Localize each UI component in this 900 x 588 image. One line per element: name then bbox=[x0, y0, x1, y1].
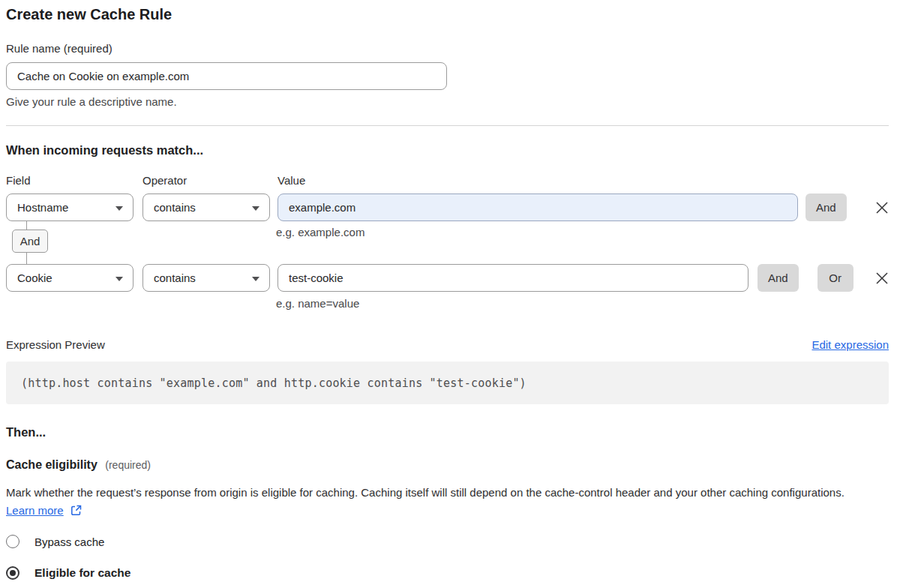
value-column-label: Value bbox=[278, 174, 305, 187]
create-cache-rule-form: Create new Cache Rule Rule name (require… bbox=[0, 0, 900, 580]
rule-name-input[interactable] bbox=[6, 62, 447, 90]
cache-eligibility-title: Cache eligibility bbox=[6, 458, 98, 471]
radio-label: Eligible for cache bbox=[34, 566, 130, 580]
radio-option[interactable]: Bypass cache bbox=[6, 535, 889, 548]
edit-expression-link[interactable]: Edit expression bbox=[812, 338, 889, 351]
radio-label: Bypass cache bbox=[34, 536, 104, 548]
radio-option[interactable]: Eligible for cache bbox=[6, 566, 889, 580]
cache-eligibility-heading: Cache eligibility (required) bbox=[6, 457, 889, 473]
expression-preview-header: Expression Preview Edit expression bbox=[6, 338, 889, 351]
radio-icon[interactable] bbox=[6, 566, 20, 580]
chevron-down-icon bbox=[116, 277, 123, 281]
close-icon bbox=[875, 272, 889, 285]
chevron-down-icon bbox=[116, 206, 123, 211]
field-column-label: Field bbox=[6, 174, 142, 187]
operator-column-label: Operator bbox=[142, 174, 278, 187]
condition-row: Cookie contains And Or bbox=[6, 264, 889, 292]
and-button[interactable]: And bbox=[758, 264, 799, 292]
learn-more-link[interactable]: Learn more bbox=[6, 504, 64, 517]
then-heading: Then... bbox=[6, 424, 889, 440]
value-hint: e.g. example.com bbox=[276, 226, 364, 238]
expression-preview-label: Expression Preview bbox=[6, 338, 105, 351]
required-note: (required) bbox=[105, 459, 151, 471]
operator-select-value: contains bbox=[154, 201, 196, 214]
value-hint: e.g. name=value bbox=[276, 297, 889, 310]
value-input[interactable] bbox=[278, 194, 798, 221]
close-icon bbox=[875, 201, 889, 214]
external-link-icon bbox=[70, 503, 82, 521]
page-title: Create new Cache Rule bbox=[6, 4, 889, 24]
condition-column-labels: Field Operator Value bbox=[6, 174, 889, 187]
expression-code: (http.host contains "example.com" and ht… bbox=[6, 362, 889, 404]
field-select[interactable]: Cookie bbox=[6, 264, 134, 292]
or-button[interactable]: Or bbox=[818, 264, 854, 292]
remove-condition-button[interactable] bbox=[875, 272, 889, 285]
connector-and-button[interactable]: And bbox=[12, 230, 48, 253]
and-button[interactable]: And bbox=[806, 194, 847, 221]
condition-connector-area: And e.g. example.com bbox=[6, 221, 889, 264]
description-text: Mark whether the request’s response from… bbox=[6, 486, 844, 499]
match-heading: When incoming requests match... bbox=[6, 142, 889, 158]
operator-select-value: contains bbox=[154, 272, 196, 284]
radio-icon[interactable] bbox=[6, 535, 20, 548]
section-divider bbox=[6, 125, 889, 126]
value-input[interactable] bbox=[278, 264, 748, 292]
condition-row: Hostname contains And bbox=[6, 194, 889, 221]
chevron-down-icon bbox=[252, 277, 260, 281]
chevron-down-icon bbox=[252, 206, 260, 211]
operator-select[interactable]: contains bbox=[142, 264, 270, 292]
field-select-value: Hostname bbox=[17, 201, 68, 214]
rule-name-label: Rule name (required) bbox=[6, 41, 889, 56]
rule-name-help: Give your rule a descriptive name. bbox=[6, 94, 889, 110]
field-select[interactable]: Hostname bbox=[6, 194, 134, 221]
field-select-value: Cookie bbox=[17, 272, 52, 284]
operator-select[interactable]: contains bbox=[142, 194, 270, 221]
remove-condition-button[interactable] bbox=[875, 201, 889, 214]
cache-eligibility-description: Mark whether the request’s response from… bbox=[6, 484, 868, 521]
